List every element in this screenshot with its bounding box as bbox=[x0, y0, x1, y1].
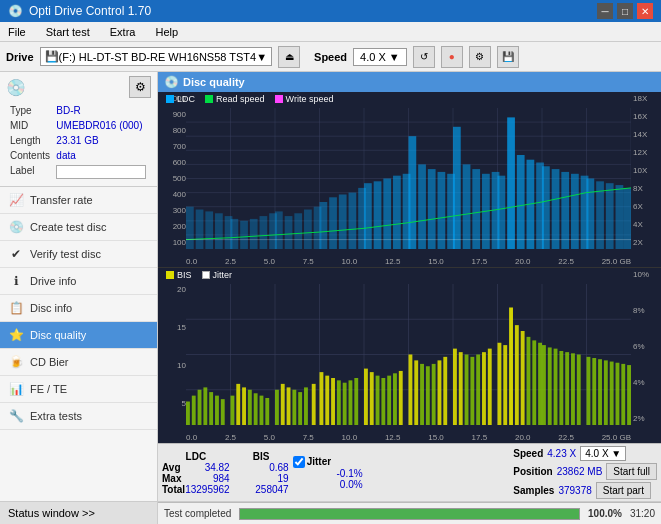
svg-rect-147 bbox=[592, 358, 596, 425]
svg-rect-35 bbox=[329, 197, 337, 249]
svg-rect-44 bbox=[409, 136, 417, 249]
svg-rect-37 bbox=[349, 193, 357, 249]
svg-rect-89 bbox=[231, 396, 235, 425]
sidebar-item-create-test-disc[interactable]: 💿 Create test disc bbox=[0, 214, 157, 241]
svg-rect-125 bbox=[459, 352, 463, 425]
svg-rect-133 bbox=[509, 308, 513, 426]
disc-type-value: BD-R bbox=[54, 104, 149, 117]
sidebar-item-extra-tests[interactable]: 🔧 Extra tests bbox=[0, 403, 157, 430]
svg-rect-93 bbox=[254, 393, 258, 425]
sidebar-item-verify-test-disc[interactable]: ✔ Verify test disc bbox=[0, 241, 157, 268]
sidebar-item-drive-info[interactable]: ℹ Drive info bbox=[0, 268, 157, 295]
disc-mid-value: UMEBDR016 (000) bbox=[54, 119, 149, 132]
chart2-x-axis: 0.0 2.5 5.0 7.5 10.0 12.5 15.0 17.5 20.0… bbox=[186, 432, 631, 443]
svg-rect-42 bbox=[393, 176, 401, 249]
disc-mid-label: MID bbox=[8, 119, 52, 132]
ldc-header: LDC bbox=[162, 451, 230, 462]
speed-selector[interactable]: 4.0 X ▼ bbox=[353, 48, 407, 66]
fe-te-icon: 📊 bbox=[8, 381, 24, 397]
svg-rect-62 bbox=[571, 174, 579, 249]
disc-type-label: Type bbox=[8, 104, 52, 117]
svg-rect-143 bbox=[565, 352, 569, 425]
svg-rect-116 bbox=[399, 371, 403, 425]
svg-rect-151 bbox=[616, 363, 620, 425]
refresh-button[interactable]: ↺ bbox=[413, 46, 435, 68]
disc-label-input[interactable] bbox=[56, 165, 146, 179]
svg-rect-148 bbox=[598, 359, 602, 425]
dq-title: Disc quality bbox=[183, 76, 245, 88]
progress-percent: 100.0% bbox=[588, 508, 622, 519]
extra-tests-icon: 🔧 bbox=[8, 408, 24, 424]
svg-rect-106 bbox=[337, 380, 341, 425]
drive-icon: 💾 bbox=[45, 50, 59, 63]
svg-rect-111 bbox=[370, 372, 374, 425]
sidebar-item-disc-quality[interactable]: ⭐ Disc quality bbox=[0, 322, 157, 349]
jitter-header: Jitter bbox=[307, 456, 331, 467]
cd-bier-icon: 🍺 bbox=[8, 354, 24, 370]
menu-start-test[interactable]: Start test bbox=[42, 25, 94, 39]
close-button[interactable]: ✕ bbox=[637, 3, 653, 19]
sidebar-label-disc-quality: Disc quality bbox=[30, 329, 86, 341]
speed-value: 4.0 X bbox=[360, 51, 386, 63]
speed-stat-dropdown[interactable]: 4.0 X ▼ bbox=[580, 446, 626, 461]
svg-rect-92 bbox=[248, 390, 252, 425]
position-val: 23862 MB bbox=[557, 466, 603, 477]
save-button[interactable]: 💾 bbox=[497, 46, 519, 68]
svg-rect-86 bbox=[209, 392, 213, 425]
svg-rect-41 bbox=[383, 179, 391, 250]
menu-extra[interactable]: Extra bbox=[106, 25, 140, 39]
minimize-button[interactable]: ─ bbox=[597, 3, 613, 19]
app-icon: 💿 bbox=[8, 4, 23, 18]
svg-rect-113 bbox=[381, 378, 385, 425]
svg-rect-91 bbox=[242, 387, 246, 425]
sidebar-item-cd-bier[interactable]: 🍺 CD Bier bbox=[0, 349, 157, 376]
svg-rect-117 bbox=[409, 355, 413, 426]
svg-rect-30 bbox=[285, 216, 293, 249]
burn-button[interactable]: ● bbox=[441, 46, 463, 68]
svg-rect-36 bbox=[339, 194, 347, 249]
jitter-avg: -0.1% bbox=[293, 468, 363, 479]
sidebar-item-disc-info[interactable]: 📋 Disc info bbox=[0, 295, 157, 322]
svg-rect-119 bbox=[420, 364, 424, 425]
svg-rect-120 bbox=[426, 366, 430, 425]
drivebar: Drive 💾 (F:) HL-DT-ST BD-RE WH16NS58 TST… bbox=[0, 42, 661, 72]
menubar: File Start test Extra Help bbox=[0, 22, 661, 42]
eject-button[interactable]: ⏏ bbox=[278, 46, 300, 68]
menu-help[interactable]: Help bbox=[151, 25, 182, 39]
menu-file[interactable]: File bbox=[4, 25, 30, 39]
svg-rect-101 bbox=[304, 387, 308, 425]
status-text: Test completed bbox=[164, 508, 231, 519]
settings-button[interactable]: ⚙ bbox=[469, 46, 491, 68]
jitter-checkbox[interactable] bbox=[293, 456, 305, 468]
chart1-legend: LDC Read speed Write speed bbox=[166, 94, 333, 104]
sidebar-item-transfer-rate[interactable]: 📈 Transfer rate bbox=[0, 187, 157, 214]
disc-contents-label: Contents bbox=[8, 149, 52, 162]
svg-rect-61 bbox=[561, 172, 569, 249]
transfer-rate-icon: 📈 bbox=[8, 192, 24, 208]
svg-rect-22 bbox=[215, 213, 223, 249]
maximize-button[interactable]: □ bbox=[617, 3, 633, 19]
progress-bar-fill bbox=[240, 509, 579, 519]
avg-label: Avg bbox=[162, 462, 181, 473]
drive-selector[interactable]: 💾 (F:) HL-DT-ST BD-RE WH16NS58 TST4 ▼ bbox=[40, 47, 273, 66]
disc-contents-value: data bbox=[54, 149, 149, 162]
svg-rect-60 bbox=[552, 169, 560, 249]
status-window-label: Status window >> bbox=[8, 507, 95, 519]
disc-label-label: Label bbox=[8, 164, 52, 180]
svg-rect-126 bbox=[465, 355, 469, 426]
disc-settings-button[interactable]: ⚙ bbox=[129, 76, 151, 98]
svg-rect-141 bbox=[554, 349, 558, 425]
status-window-button[interactable]: Status window >> bbox=[0, 501, 157, 524]
svg-rect-32 bbox=[304, 210, 312, 249]
charts-area: LDC Read speed Write speed 1000 900 800 bbox=[158, 92, 661, 443]
speed-stat-val: 4.23 X bbox=[547, 448, 576, 459]
start-full-button[interactable]: Start full bbox=[606, 463, 657, 480]
svg-rect-137 bbox=[532, 340, 536, 425]
svg-rect-97 bbox=[281, 384, 285, 425]
create-test-disc-icon: 💿 bbox=[8, 219, 24, 235]
jitter-stats: Jitter -0.1% 0.0% bbox=[293, 456, 363, 490]
start-part-button[interactable]: Start part bbox=[596, 482, 651, 499]
sidebar-item-fe-te[interactable]: 📊 FE / TE bbox=[0, 376, 157, 403]
svg-rect-51 bbox=[472, 169, 480, 249]
svg-rect-130 bbox=[488, 349, 492, 425]
